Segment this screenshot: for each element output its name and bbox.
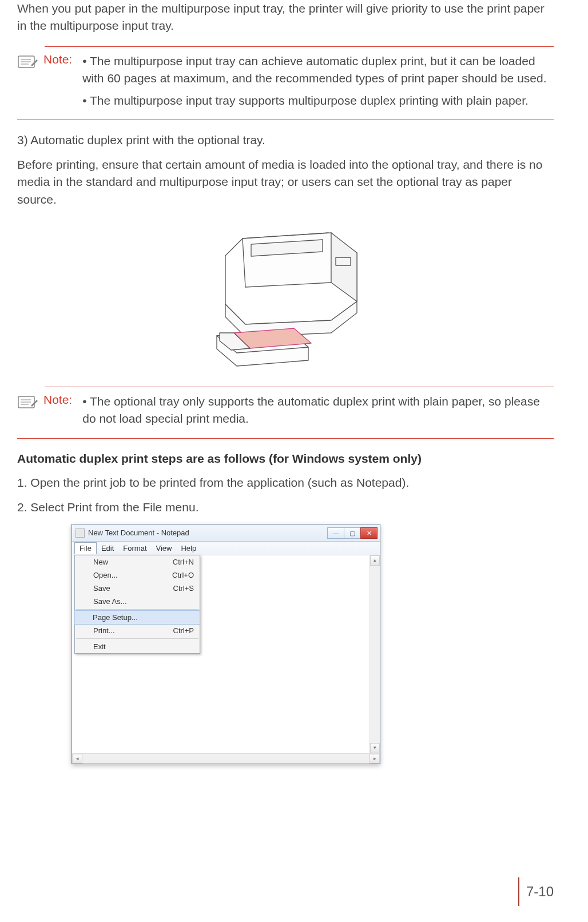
file-dropdown: NewCtrl+N Open...Ctrl+O SaveCtrl+S Save … (74, 555, 200, 654)
titlebar: New Text Document - Notepad — ▢ ✕ (72, 524, 380, 542)
note-bottom-rule (17, 120, 554, 120)
step-2: 2. Select Print from the File menu. (17, 499, 554, 516)
maximize-button[interactable]: ▢ (344, 527, 361, 539)
menu-new[interactable]: NewCtrl+N (75, 555, 200, 569)
printer-illustration (17, 218, 554, 375)
menu-separator (76, 609, 198, 610)
step-1: 1. Open the print job to be printed from… (17, 474, 554, 491)
menu-page-setup[interactable]: Page Setup... (74, 610, 200, 625)
label: New (93, 558, 108, 566)
note-label: Note: (43, 393, 72, 407)
menu-view[interactable]: View (152, 543, 177, 554)
notepad-window: New Text Document - Notepad — ▢ ✕ File E… (71, 524, 380, 764)
auto-heading: Automatic duplex print steps are as foll… (17, 450, 554, 467)
vertical-scrollbar[interactable]: ▴ ▾ (370, 555, 380, 753)
intro-paragraph: When you put paper in the multipurpose i… (17, 0, 554, 35)
menu-exit[interactable]: Exit (75, 640, 200, 653)
scroll-left-icon[interactable]: ◂ (72, 754, 82, 764)
note1-bullet2: • The multipurpose input tray supports m… (82, 92, 554, 109)
close-button[interactable]: ✕ (360, 527, 378, 539)
shortcut: Ctrl+N (173, 558, 194, 566)
step3-body: Before printing, ensure that certain amo… (17, 156, 554, 208)
menu-edit[interactable]: Edit (97, 543, 118, 554)
menu-help[interactable]: Help (176, 543, 201, 554)
horizontal-scrollbar[interactable]: ◂ ▸ (72, 753, 380, 764)
notepad-app-icon (76, 528, 85, 538)
note-block-2: Note: • The optional tray only supports … (17, 387, 554, 439)
note-body: • The optional tray only supports the au… (82, 393, 554, 432)
menu-separator (76, 638, 198, 639)
editor-area[interactable]: NewCtrl+N Open...Ctrl+O SaveCtrl+S Save … (72, 555, 380, 764)
scroll-right-icon[interactable]: ▸ (370, 754, 380, 764)
label: Save As... (93, 597, 127, 606)
note1-bullet1: • The multipurpose input tray can achiev… (82, 53, 554, 88)
label: Page Setup... (93, 613, 138, 622)
page-number: 7-10 (526, 884, 554, 900)
note-body: • The multipurpose input tray can achiev… (82, 53, 554, 114)
note2-top-rule (45, 387, 554, 387)
page-footer: 7-10 (518, 877, 554, 906)
step3-heading: 3) Automatic duplex print with the optio… (17, 132, 554, 149)
note-label: Note: (43, 53, 72, 66)
note2-bullet1: • The optional tray only supports the au… (82, 393, 554, 428)
shortcut: Ctrl+O (172, 571, 194, 579)
note-block-1: Note: • The multipurpose input tray can … (17, 46, 554, 120)
shortcut: Ctrl+S (173, 584, 194, 593)
menu-print[interactable]: Print...Ctrl+P (75, 624, 200, 637)
menubar: File Edit Format View Help (72, 542, 380, 555)
note-icon (17, 54, 39, 73)
menu-file[interactable]: File (74, 542, 97, 554)
note-top-rule (45, 46, 554, 47)
label: Print... (93, 626, 115, 635)
window-title: New Text Document - Notepad (88, 528, 328, 537)
shortcut: Ctrl+P (173, 626, 194, 635)
menu-save-as[interactable]: Save As... (75, 595, 200, 608)
svg-rect-4 (336, 257, 351, 265)
footer-rule (518, 877, 519, 906)
menu-format[interactable]: Format (118, 543, 151, 554)
label: Save (93, 584, 110, 593)
note2-bottom-rule (17, 438, 554, 439)
note-icon (17, 394, 39, 414)
label: Exit (93, 642, 106, 651)
menu-save[interactable]: SaveCtrl+S (75, 582, 200, 595)
minimize-button[interactable]: — (327, 527, 344, 539)
menu-open[interactable]: Open...Ctrl+O (75, 569, 200, 582)
notepad-screenshot: New Text Document - Notepad — ▢ ✕ File E… (71, 524, 554, 764)
scroll-down-icon[interactable]: ▾ (370, 743, 380, 753)
label: Open... (93, 571, 118, 579)
scroll-up-icon[interactable]: ▴ (370, 555, 380, 566)
